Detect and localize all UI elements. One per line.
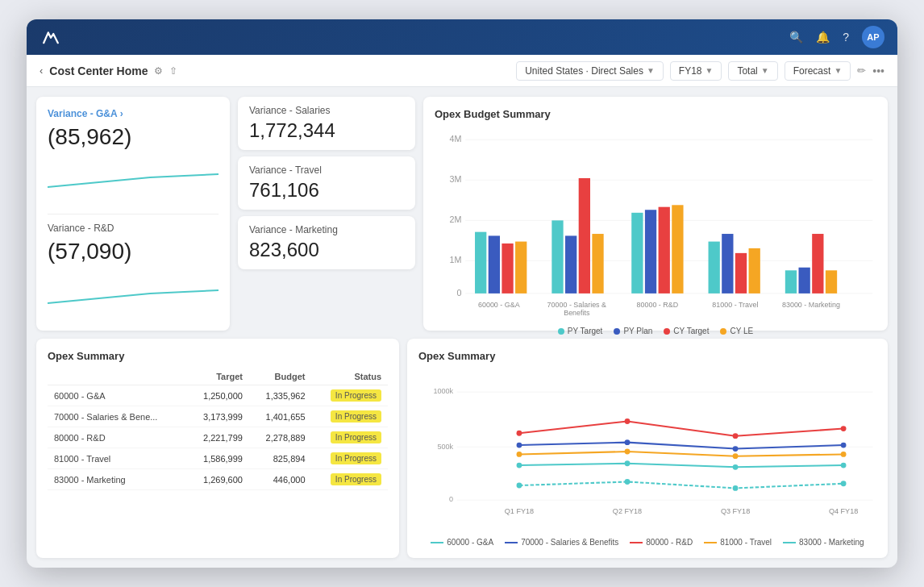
table-row: 80000 - R&D 2,221,799 2,278,889 In Progr… [48,427,388,448]
app-logo [40,26,62,48]
svg-point-59 [625,460,631,466]
card-variance-salaries: Variance - Salaries 1,772,344 [238,97,415,150]
table-row: 81000 - Travel 1,586,999 825,894 In Prog… [48,448,388,469]
cell-status: In Progress [312,448,389,469]
svg-rect-28 [735,253,747,294]
cell-name: 60000 - G&A [48,385,186,406]
svg-point-52 [733,446,739,452]
card-variance-marketing: Variance - Marketing 823,600 [238,216,415,269]
svg-rect-10 [475,232,486,294]
filter-total[interactable]: Total ▼ [728,61,777,81]
chevron-down-icon: ▼ [647,66,655,75]
cell-name: 81000 - Travel [48,448,186,469]
svg-text:80000 - R&D: 80000 - R&D [637,301,679,309]
col-header-status: Status [312,368,389,385]
svg-rect-33 [812,234,823,294]
svg-text:83000 - Marketing: 83000 - Marketing [782,301,840,309]
variance-stack: Variance - Salaries 1,772,344 Variance -… [238,97,415,331]
subheader-right: United States · Direct Sales ▼ FY18 ▼ To… [516,61,884,81]
variance-ga-value: (85,962) [48,124,219,150]
opex-summary-table-title: Opex Summary [48,350,388,362]
svg-point-65 [841,481,847,486]
opex-line-chart-title: Opex Summary [418,350,876,362]
cell-status: In Progress [312,406,389,427]
card-variance-travel: Variance - Travel 761,106 [238,156,415,210]
cell-target: 3,173,999 [186,406,249,427]
svg-rect-18 [592,234,603,294]
cell-status: In Progress [312,385,389,406]
table-row: 60000 - G&A 1,250,000 1,335,962 In Progr… [48,385,388,406]
col-header-name [48,368,186,385]
help-icon[interactable]: ? [843,31,849,44]
col-header-budget: Budget [249,368,312,385]
card-opex-budget: Opex Budget Summary 4M 3M 2M 1M 0 [423,97,888,331]
svg-text:Q3 FY18: Q3 FY18 [721,507,750,515]
filter-fy18[interactable]: FY18 ▼ [670,61,722,81]
svg-text:2M: 2M [449,214,461,224]
back-button[interactable]: ‹ [40,65,43,77]
nav-icons: 🔍 🔔 ? AP [789,26,884,48]
edit-icon[interactable]: ✏ [857,65,866,77]
svg-point-64 [733,485,739,491]
top-nav: 🔍 🔔 ? AP [27,19,897,55]
more-icon[interactable]: ••• [872,65,884,77]
svg-point-51 [625,439,631,445]
status-badge: In Progress [331,410,381,423]
svg-text:Q2 FY18: Q2 FY18 [613,507,642,515]
table-row: 70000 - Salaries & Bene... 3,173,999 1,4… [48,406,388,427]
svg-text:70000 - Salaries &: 70000 - Salaries & [547,301,606,309]
svg-rect-34 [826,270,837,294]
user-avatar[interactable]: AP [862,26,884,48]
svg-point-58 [517,463,522,468]
cell-budget: 1,401,655 [249,406,312,427]
table-row: 83000 - Marketing 1,269,600 446,000 In P… [48,469,388,490]
status-badge: In Progress [331,389,381,402]
svg-point-61 [841,463,847,468]
cell-name: 70000 - Salaries & Bene... [48,406,186,427]
share-icon[interactable]: ⇧ [169,65,177,77]
bell-icon[interactable]: 🔔 [816,31,830,44]
cell-budget: 1,335,962 [249,385,312,406]
filter-us-direct-sales[interactable]: United States · Direct Sales ▼ [516,61,664,81]
status-badge: In Progress [331,473,381,485]
svg-rect-22 [645,210,656,294]
svg-point-53 [841,443,847,448]
svg-text:0: 0 [456,288,461,298]
svg-text:Q1 FY18: Q1 FY18 [505,507,534,515]
svg-text:Benefits: Benefits [564,309,590,317]
opex-line-chart: 1000k 500k 0 Q1 FY18 Q2 FY18 Q3 FY18 Q4 … [418,368,876,535]
subheader-icons: ⚙ ⇧ [154,65,177,77]
svg-rect-23 [659,207,670,294]
svg-point-54 [517,452,522,457]
svg-rect-26 [709,242,720,294]
settings-icon[interactable]: ⚙ [154,65,163,77]
main-content: Variance - G&A › (85,962) Variance - R&D… [27,87,897,568]
svg-rect-17 [579,178,590,294]
opex-budget-title: Opex Budget Summary [435,108,876,120]
cell-budget: 825,894 [249,448,312,469]
svg-rect-27 [722,234,733,294]
cell-target: 1,250,000 [186,385,249,406]
bottom-row: Opex Summary Target Budget Status 60000 … [36,339,888,558]
search-icon[interactable]: 🔍 [789,31,803,44]
svg-text:4M: 4M [449,134,461,144]
svg-text:Q4 FY18: Q4 FY18 [829,507,858,515]
filter-forecast[interactable]: Forecast ▼ [785,61,851,81]
variance-ga-link[interactable]: Variance - G&A › [48,108,219,119]
page-title: Cost Center Home [49,65,148,77]
svg-point-47 [625,418,631,424]
col-header-target: Target [186,368,249,385]
variance-rd-chart [48,271,219,320]
svg-rect-15 [551,220,563,294]
variance-rd-label: Variance - R&D [48,223,219,234]
svg-text:81000 - Travel: 81000 - Travel [712,301,758,309]
chevron-down-icon: ▼ [834,66,842,75]
svg-point-57 [841,452,847,457]
svg-point-56 [733,453,739,459]
svg-point-55 [625,449,631,455]
svg-rect-31 [785,270,797,294]
svg-rect-24 [672,205,683,294]
svg-text:500k: 500k [437,443,453,451]
opex-line-legend: 60000 - G&A 70000 - Salaries & Benefits … [418,538,876,547]
svg-rect-29 [749,248,760,294]
